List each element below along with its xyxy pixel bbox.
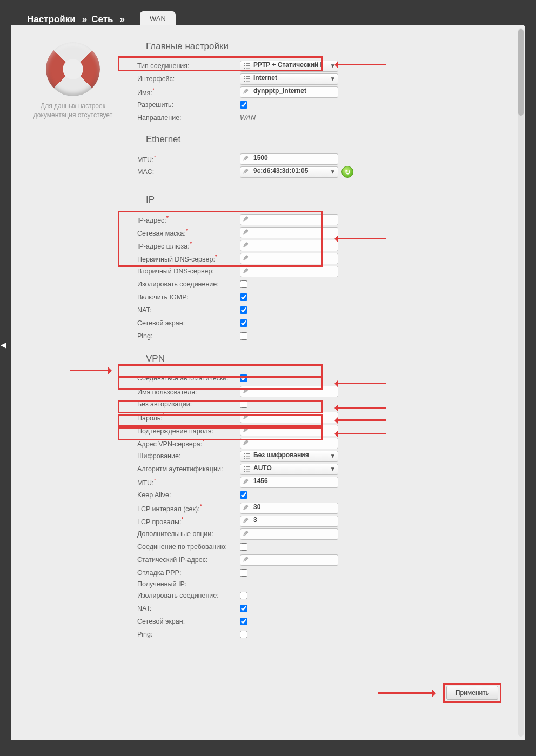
section-ip: IP [146, 195, 514, 205]
debug-label: Отладка PPP: [137, 569, 240, 577]
section-eth: Ethernet [146, 134, 514, 145]
expand-handle-icon[interactable]: ◀ [1, 340, 6, 349]
ip-ping-checkbox[interactable] [240, 332, 247, 340]
dns1-input[interactable] [240, 253, 338, 264]
help-text: Для данных настроек документация отсутст… [27, 102, 119, 120]
vpn-fw-label: Сетевой экран: [137, 618, 240, 625]
auto-label: Соединяться автоматически: [137, 374, 240, 382]
ip-fw-label: Сетевой экран: [137, 319, 240, 327]
vpn-isol-checkbox[interactable] [240, 592, 247, 599]
enc-label: Шифрование: [137, 452, 240, 460]
mac-refresh-button[interactable]: ↻ [341, 166, 353, 178]
breadcrumb-sep: » [82, 14, 87, 25]
demand-label: Соединение по требованию: [137, 543, 240, 551]
ip-isol-checkbox[interactable] [240, 280, 247, 288]
demand-checkbox[interactable] [240, 543, 247, 551]
vpn-isol-label: Изолировать соединение: [137, 592, 240, 599]
user-input[interactable] [240, 386, 338, 397]
iface-select[interactable]: Internet [240, 73, 338, 85]
vpn-ping-label: Ping: [137, 631, 240, 638]
lifebuoy-icon [46, 42, 100, 96]
allow-label: Разрешить: [137, 101, 240, 109]
section-vpn: VPN [146, 353, 514, 364]
lcp-fail-input[interactable]: 3 [240, 516, 338, 527]
enc-select[interactable]: Без шифрования [240, 451, 338, 462]
vpn-nat-label: NAT: [137, 605, 240, 612]
lcp-int-label: LCP интервал (сек):* [137, 503, 240, 513]
auth-label: Алгоритм аутентификации: [137, 465, 240, 473]
scrollbar[interactable] [518, 28, 524, 737]
mask-input[interactable] [240, 227, 338, 238]
breadcrumb-net[interactable]: Сеть [91, 14, 113, 25]
help-sidebar: Для данных настроек документация отсутст… [27, 38, 119, 740]
recv-label: Полученный IP: [137, 580, 240, 588]
debug-checkbox[interactable] [240, 569, 247, 577]
ip-nat-label: NAT: [137, 306, 240, 314]
auto-checkbox[interactable] [240, 374, 247, 382]
server-label: Адрес VPN-сервера:* [137, 438, 240, 448]
dir-value: WAN [240, 114, 256, 122]
extra-input[interactable] [240, 528, 338, 540]
conn-type-label: Тип соединения: [137, 62, 240, 70]
vpn-mtu-label: MTU:* [137, 477, 240, 487]
pwd-input[interactable] [240, 412, 338, 423]
main-panel: Для данных настроек документация отсутст… [11, 25, 525, 740]
mac-select[interactable]: 9c:d6:43:3d:01:05 [240, 166, 338, 178]
dns2-label: Вторичный DNS-сервер: [137, 267, 240, 275]
form: Главные настройки Тип соединения: PPTP +… [119, 38, 514, 740]
igmp-checkbox[interactable] [240, 293, 247, 301]
name-label: Имя:* [137, 87, 240, 97]
keep-label: Keep Alive: [137, 491, 240, 499]
user-label: Имя пользователя:* [137, 386, 240, 396]
lcp-fail-label: LCP провалы:* [137, 516, 240, 526]
dns2-input[interactable] [240, 266, 338, 277]
noauth-checkbox[interactable] [240, 400, 247, 408]
ip-nat-checkbox[interactable] [240, 306, 247, 314]
eth-mtu-label: MTU:* [137, 154, 240, 164]
ip-addr-input[interactable] [240, 214, 338, 225]
vpn-mtu-input[interactable]: 1456 [240, 477, 338, 488]
dir-label: Направление: [137, 114, 240, 122]
gw-input[interactable] [240, 240, 338, 251]
dns1-label: Первичный DNS-сервер:* [137, 253, 240, 263]
name-input[interactable]: dynpptp_Internet [240, 86, 338, 98]
mac-label: MAC: [137, 168, 240, 176]
apply-button[interactable]: Применить [446, 686, 498, 700]
conn-type-select[interactable]: PPTP + Статический I [240, 61, 338, 72]
pwd2-label: Подтверждение пароля:* [137, 425, 240, 435]
ip-isol-label: Изолировать соединение: [137, 280, 240, 288]
tab-wan[interactable]: WAN [140, 11, 176, 26]
scroll-thumb[interactable] [518, 29, 524, 116]
static-input[interactable] [240, 554, 338, 566]
pwd2-input[interactable] [240, 425, 338, 436]
vpn-nat-checkbox[interactable] [240, 605, 247, 612]
extra-label: Дополнительные опции: [137, 530, 240, 538]
vpn-fw-checkbox[interactable] [240, 618, 247, 625]
section-main: Главные настройки [146, 41, 514, 52]
ip-fw-checkbox[interactable] [240, 319, 247, 327]
ip-ping-label: Ping: [137, 332, 240, 340]
mask-label: Сетевая маска:* [137, 228, 240, 237]
auth-select[interactable]: AUTO [240, 464, 338, 475]
breadcrumb: Настройки » Сеть » WAN [11, 10, 525, 25]
allow-checkbox[interactable] [240, 101, 247, 109]
static-label: Статический IP-адрес: [137, 556, 240, 564]
breadcrumb-sep: » [119, 14, 124, 25]
server-input[interactable] [240, 438, 338, 449]
keep-checkbox[interactable] [240, 491, 247, 499]
noauth-label: Без авторизации: [137, 400, 240, 408]
pwd-label: Пароль:* [137, 412, 240, 422]
igmp-label: Включить IGMP: [137, 293, 240, 301]
iface-label: Интерфейс: [137, 75, 240, 83]
eth-mtu-input[interactable]: 1500 [240, 153, 338, 165]
gw-label: IP-адрес шлюза:* [137, 240, 240, 250]
vpn-ping-checkbox[interactable] [240, 631, 247, 638]
ip-addr-label: IP-адрес:* [137, 215, 240, 224]
lcp-int-input[interactable]: 30 [240, 503, 338, 514]
breadcrumb-settings[interactable]: Настройки [27, 14, 76, 25]
